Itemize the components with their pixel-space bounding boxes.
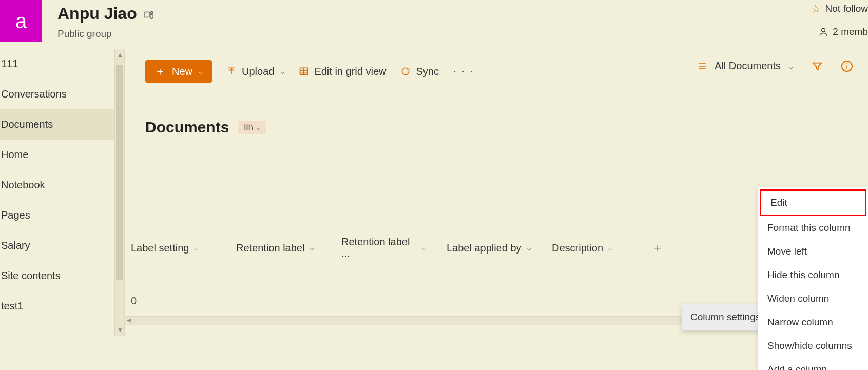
menu-item-hide-column[interactable]: Hide this column [758,263,868,287]
svg-point-2 [822,28,825,32]
menu-item-add-column[interactable]: Add a column [758,358,868,370]
sidebar-item-salary[interactable]: Salary [0,230,114,261]
cell-value: 0 [131,295,137,307]
menu-item-show-hide-columns[interactable]: Show/hide columns [758,334,868,358]
menu-item-narrow-column[interactable]: Narrow column [758,310,868,334]
library-title: Documents [145,119,229,136]
chevron-down-icon: ⌵ [310,244,314,252]
site-title: Anpu Jiao [57,4,137,23]
chevron-down-icon: ⌵ [199,67,203,75]
edit-grid-label: Edit in grid view [314,66,386,77]
list-icon [697,62,707,70]
menu-item-move-left[interactable]: Move left [758,240,868,263]
sidebar-item-notebook[interactable]: Notebook [0,170,114,200]
left-nav: 111 Conversations Documents Home Noteboo… [0,49,125,370]
view-label: All Documents [715,60,781,72]
column-header-label: Retention label [236,242,304,254]
column-header-retention-label-applied[interactable]: Retention label ... ⌵ [341,236,447,260]
grid-icon [299,66,309,76]
main-content: ＋ New ⌵ Upload ⌵ Edit in grid view [125,49,868,370]
person-icon [818,27,828,37]
sidebar-item-pages[interactable]: Pages [0,200,114,230]
menu-item-format-column[interactable]: Format this column [758,216,868,240]
upload-button[interactable]: Upload ⌵ [226,66,284,77]
menu-item-label: Column settings [690,311,760,323]
column-header-label: Retention label ... [341,236,417,260]
scroll-left-arrow-icon[interactable]: ◄ [126,317,132,324]
column-header-label: Description [552,242,603,254]
menu-item-widen-column[interactable]: Widen column [758,287,868,310]
chevron-down-icon: ⌵ [422,244,426,252]
column-header-row: Label setting ⌵ Retention label ⌵ Retent… [125,236,868,260]
sync-button[interactable]: Sync [400,66,438,77]
filter-icon[interactable] [812,61,823,72]
sidebar-scrollbar[interactable]: ▲ ▼ [114,49,125,336]
follow-label: Not follow [825,3,868,14]
chevron-down-icon: ⌵ [789,62,793,70]
sync-label: Sync [416,66,438,77]
chevron-down-icon: ⌵ [608,244,612,252]
sidebar-item-111[interactable]: 111 [0,49,114,79]
scroll-up-arrow-icon[interactable]: ▲ [117,51,123,59]
upload-icon [226,66,237,76]
sync-icon [400,66,411,76]
teams-icon[interactable] [143,8,155,20]
sidebar-item-documents[interactable]: Documents [0,109,114,140]
more-actions-button[interactable]: · · · [453,65,474,78]
chevron-down-icon: ⌵ [257,124,261,131]
sidebar-item-home[interactable]: Home [0,140,114,170]
upload-label: Upload [242,66,274,77]
library-icon [243,123,254,132]
column-header-label-applied-by[interactable]: Label applied by ⌵ [447,242,552,254]
scroll-thumb[interactable] [116,65,123,280]
members-link[interactable]: 2 memb [811,26,868,37]
column-header-label: Label setting [131,242,189,254]
new-label: New [172,66,192,77]
site-header: a Anpu Jiao Public group ☆ Not follow [0,0,868,49]
members-label: 2 memb [833,26,868,37]
scroll-down-arrow-icon[interactable]: ▼ [117,326,123,334]
info-icon[interactable]: i [841,61,853,72]
chevron-down-icon: ⌵ [527,244,531,252]
column-header-label-setting[interactable]: Label setting ⌵ [131,242,236,254]
site-logo[interactable]: a [0,0,42,42]
sidebar-item-conversations[interactable]: Conversations [0,79,114,109]
view-switcher[interactable]: All Documents ⌵ [697,60,793,72]
chevron-down-icon: ⌵ [280,67,284,75]
chevron-down-icon: ⌵ [194,244,198,252]
column-header-label: Label applied by [447,242,522,254]
new-button[interactable]: ＋ New ⌵ [145,60,212,83]
follow-button[interactable]: ☆ Not follow [811,3,868,15]
sidebar-item-test1[interactable]: test1 [0,291,114,321]
svg-rect-0 [144,12,149,17]
svg-point-1 [150,11,152,13]
edit-grid-button[interactable]: Edit in grid view [299,66,386,77]
library-view-toggle[interactable]: ⌵ [238,121,266,134]
star-icon: ☆ [811,3,820,15]
column-settings-submenu: Edit Format this column Move left Hide t… [758,187,868,370]
column-header-description[interactable]: Description ⌵ [552,242,652,254]
column-header-retention-label[interactable]: Retention label ⌵ [236,242,341,254]
menu-item-edit[interactable]: Edit [760,189,866,216]
plus-icon: ＋ [155,64,166,79]
sidebar-item-site-contents[interactable]: Site contents [0,261,114,291]
add-column-button[interactable]: ＋ [652,240,663,256]
site-title-block: Anpu Jiao Public group [42,0,155,40]
site-subtitle: Public group [57,28,155,40]
